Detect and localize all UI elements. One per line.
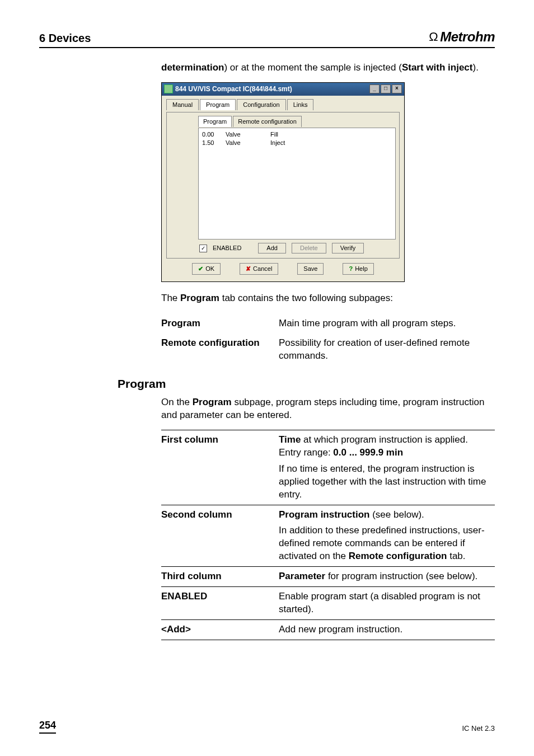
text: On the <box>161 397 193 407</box>
sub-tabs: Program Remote configuration <box>198 116 396 127</box>
cancel-button[interactable]: ✘Cancel <box>240 263 278 275</box>
cell-instruction: Valve <box>226 130 270 139</box>
verify-button[interactable]: Verify <box>332 243 364 253</box>
tab-panel: Program Remote configuration 0.00 Valve … <box>166 112 400 259</box>
def-desc: Parameter for program instruction (see b… <box>279 567 495 587</box>
titlebar: 844 UV/VIS Compact IC(844\844.smt) _ □ × <box>162 83 404 95</box>
chapter-title: 6 Devices <box>39 31 91 46</box>
text-bold: 0.0 ... 999.9 min <box>333 447 403 458</box>
section-heading-program: Program <box>118 376 495 392</box>
intro-bold-2: Start with inject <box>402 62 473 73</box>
cell-time: 1.50 <box>202 139 226 147</box>
intro-bold-1: determination <box>161 62 224 73</box>
def-label: Remote configuration <box>161 334 279 366</box>
brand-text: Metrohm <box>440 28 495 46</box>
page-number: 254 <box>39 719 56 734</box>
text: tab contains the two following subpages: <box>219 293 393 303</box>
maximize-button[interactable]: □ <box>381 84 391 93</box>
def-label: ENABLED <box>161 587 279 620</box>
subtab-remote-config[interactable]: Remote configuration <box>233 116 302 127</box>
def-desc: Time at which program instruction is app… <box>279 430 495 505</box>
def-desc: Add new program instruction. <box>279 620 495 640</box>
add-button[interactable]: Add <box>258 243 286 253</box>
cell-parameter: Inject <box>270 139 326 147</box>
tab-links[interactable]: Links <box>287 99 314 111</box>
def-desc: Main time program with all program steps… <box>279 314 495 334</box>
close-button[interactable]: × <box>392 84 402 93</box>
def-label: First column <box>161 430 279 505</box>
list-row[interactable]: 1.50 Valve Inject <box>202 139 392 147</box>
tab-program[interactable]: Program <box>200 99 236 111</box>
def-desc: Enable program start (a disabled program… <box>279 587 495 620</box>
text: tab. <box>447 551 465 561</box>
text-bold: Time <box>279 434 301 445</box>
column-definitions: First column Time at which program instr… <box>161 430 495 640</box>
text-bold: Remote configuration <box>349 551 447 561</box>
help-label: Help <box>355 265 368 273</box>
doc-id: IC Net 2.3 <box>462 724 495 734</box>
check-icon: ✔ <box>198 265 203 273</box>
x-icon: ✘ <box>246 265 251 273</box>
def-label: Third column <box>161 567 279 587</box>
intro-end: ). <box>472 62 478 73</box>
minimize-button[interactable]: _ <box>369 84 380 93</box>
def-label: Program <box>161 314 279 334</box>
subpage-definitions: Program Main time program with all progr… <box>161 314 495 366</box>
text: for program instruction (see below). <box>325 571 477 581</box>
cell-time: 0.00 <box>202 130 226 139</box>
app-icon <box>164 84 173 93</box>
enabled-checkbox[interactable]: ✓ <box>199 245 207 252</box>
tab-manual[interactable]: Manual <box>166 99 199 111</box>
page-footer: 254 IC Net 2.3 <box>39 719 495 734</box>
text: The <box>161 293 180 303</box>
save-button[interactable]: Save <box>297 263 324 275</box>
text-bold: Parameter <box>279 571 325 581</box>
text-bold: Program instruction <box>279 509 369 520</box>
window-title: 844 UV/VIS Compact IC(844\844.smt) <box>175 84 292 93</box>
def-desc: Program instruction (see below). In addi… <box>279 505 495 567</box>
ok-button[interactable]: ✔OK <box>192 263 221 275</box>
ok-label: OK <box>205 265 214 273</box>
text-bold: Program <box>180 293 219 303</box>
enabled-label: ENABLED <box>213 244 241 252</box>
brand-logo-icon: Ω <box>429 29 438 45</box>
text: If no time is entered, the program instr… <box>279 463 486 500</box>
dialog-button-row: ✔OK ✘Cancel Save ?Help <box>166 259 400 277</box>
intro-paragraph: determination) or at the moment the samp… <box>161 62 495 74</box>
def-label: Second column <box>161 505 279 567</box>
intro-mid: ) or at the moment the sample is injecte… <box>224 62 401 73</box>
question-icon: ? <box>349 265 353 273</box>
program-listbox[interactable]: 0.00 Valve Fill 1.50 Valve Inject <box>198 128 396 240</box>
text-bold: Program <box>193 397 232 407</box>
help-button[interactable]: ?Help <box>343 263 373 275</box>
cell-instruction: Valve <box>226 139 270 147</box>
save-label: Save <box>303 265 317 273</box>
def-desc: Possibility for creation of user-defined… <box>279 334 495 366</box>
list-row[interactable]: 0.00 Valve Fill <box>202 130 392 139</box>
main-tabs: Manual Program Configuration Links <box>166 99 400 111</box>
text: (see below). <box>369 509 424 520</box>
delete-button[interactable]: Delete <box>292 243 326 253</box>
text: Entry range: <box>279 447 333 458</box>
subtab-program[interactable]: Program <box>198 116 232 127</box>
def-label: <Add> <box>161 620 279 640</box>
page-header: 6 Devices Ω Metrohm <box>39 28 495 48</box>
text: at which program instruction is applied. <box>301 434 468 445</box>
cancel-label: Cancel <box>253 265 272 273</box>
brand: Ω Metrohm <box>429 28 495 46</box>
tab-desc-paragraph: The Program tab contains the two followi… <box>161 292 495 305</box>
app-window: 844 UV/VIS Compact IC(844\844.smt) _ □ ×… <box>161 82 405 282</box>
tab-configuration[interactable]: Configuration <box>237 99 285 111</box>
section-intro: On the Program subpage, program steps in… <box>161 396 495 422</box>
cell-parameter: Fill <box>270 130 326 139</box>
